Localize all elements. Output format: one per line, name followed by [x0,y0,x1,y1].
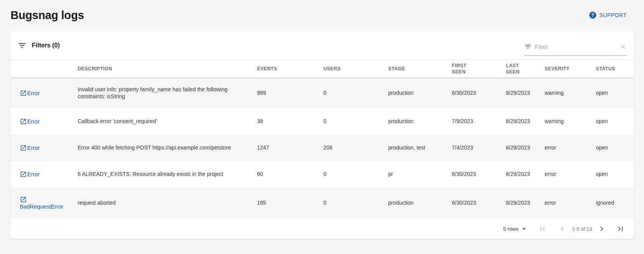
error-link[interactable]: Error [20,144,40,151]
open-in-new-icon [20,118,27,125]
rows-per-page-select[interactable]: 5 rows [503,224,529,233]
toolbar: Filters (0) [10,31,634,60]
rows-per-page-label: 5 rows [503,226,519,232]
description-cell: Callback error 'consent_required' [78,108,257,135]
users-cell: 0 [323,188,388,219]
severity-cell: warning [545,108,596,135]
top-bar: Bugsnag logs ? SUPPORT [10,9,634,31]
error-link-cell: BadRequestError [10,188,78,219]
page: Bugsnag logs ? SUPPORT Filters (0) [0,0,644,239]
first-seen-cell: 7/4/2023 [452,135,506,161]
first-seen-cell: 6/30/2023 [452,161,506,188]
severity-cell: error [545,188,596,219]
first-seen-cell: 7/9/2023 [452,108,506,135]
pagination-range: 1-5 of 13 [572,226,592,232]
error-link[interactable]: Error [20,118,40,125]
open-in-new-icon [20,144,27,151]
col-header-status: STATUS [596,60,634,78]
filters-label: Filters (0) [32,42,60,49]
table-row: BadRequestError request aborted 185 0 pr… [10,188,634,219]
col-header-severity: SEVERITY [545,60,596,78]
page-title: Bugsnag logs [10,9,84,22]
support-label: SUPPORT [599,12,627,18]
table-row: Error 6 ALREADY_EXISTS: Resource already… [10,161,634,188]
error-link-cell: Error [10,108,78,135]
status-cell: open [596,135,634,161]
users-cell: 0 [323,108,388,135]
description-cell: request aborted [78,188,257,219]
users-cell: 0 [323,78,388,108]
open-in-new-icon [20,171,27,178]
status-cell: open [596,108,634,135]
status-cell: ignored [596,188,634,219]
events-cell: 185 [257,188,323,219]
stage-cell: pr [388,161,452,188]
error-link-cell: Error [10,78,78,108]
stage-cell: production [388,188,452,219]
last-page-icon [616,224,625,233]
col-header-description: DESCRIPTION [78,60,257,78]
severity-cell: error [545,161,596,188]
col-header-last-seen: LAST SEEN [506,60,545,78]
pagination-bar: 5 rows 1-5 of 13 [10,219,634,239]
status-cell: open [596,161,634,188]
logs-table: DESCRIPTION EVENTS USERS STAGE FIRST SEE… [10,60,634,219]
events-cell: 60 [257,161,323,188]
last-page-button[interactable] [616,224,625,233]
stage-cell: production [388,108,452,135]
chevron-left-icon [558,224,567,233]
first-page-icon [538,224,547,233]
error-link[interactable]: Error [20,171,40,178]
next-page-button[interactable] [597,224,606,233]
description-cell: Invalid user info: property family_name … [78,78,257,108]
col-header-stage: STAGE [388,60,452,78]
chevron-right-icon [597,224,606,233]
first-page-button[interactable] [538,224,547,233]
events-cell: 38 [257,108,323,135]
severity-cell: error [545,135,596,161]
previous-page-button[interactable] [558,224,567,233]
users-cell: 208 [323,135,388,161]
events-cell: 989 [257,78,323,108]
error-link[interactable]: Error [20,90,40,97]
col-header-events: EVENTS [257,60,323,78]
table-row: Error Error 400 while fetching POST http… [10,135,634,161]
table-row: Error Callback error 'consent_required' … [10,108,634,135]
error-link-cell: Error [10,161,78,188]
last-seen-cell: 8/29/2023 [506,188,545,219]
col-header-first-seen: FIRST SEEN [452,60,506,78]
filter-list-icon [17,41,27,50]
stage-cell: production, test [388,135,452,161]
table-header-row: DESCRIPTION EVENTS USERS STAGE FIRST SEE… [10,60,634,78]
last-seen-cell: 8/29/2023 [506,108,545,135]
logs-card: Filters (0) DESCRIPTIO [10,31,634,239]
col-header-users: USERS [323,60,388,78]
filter-icon [524,43,532,50]
severity-cell: warning [545,78,596,108]
filters-toggle[interactable]: Filters (0) [17,41,60,50]
chevron-down-icon [519,224,529,233]
support-button[interactable]: ? SUPPORT [589,12,627,19]
error-link[interactable]: BadRequestError [20,196,66,210]
description-cell: 6 ALREADY_EXISTS: Resource already exist… [78,161,257,188]
events-cell: 1247 [257,135,323,161]
filter-input[interactable] [535,43,616,50]
last-seen-cell: 8/29/2023 [506,78,545,108]
error-link-cell: Error [10,135,78,161]
clear-filter-button[interactable] [619,43,627,50]
status-cell: open [596,78,634,108]
table-row: Error Invalid user info: property family… [10,78,634,108]
help-icon: ? [589,12,596,19]
last-seen-cell: 8/29/2023 [506,161,545,188]
stage-cell: production [388,78,452,108]
close-icon [619,43,627,50]
last-seen-cell: 8/29/2023 [506,135,545,161]
description-cell: Error 400 while fetching POST https://ap… [78,135,257,161]
first-seen-cell: 6/30/2023 [452,78,506,108]
first-seen-cell: 6/30/2023 [452,188,506,219]
users-cell: 0 [323,161,388,188]
col-header-link [10,60,78,78]
open-in-new-icon [20,196,27,203]
filter-input-group [524,40,627,56]
open-in-new-icon [20,90,27,97]
